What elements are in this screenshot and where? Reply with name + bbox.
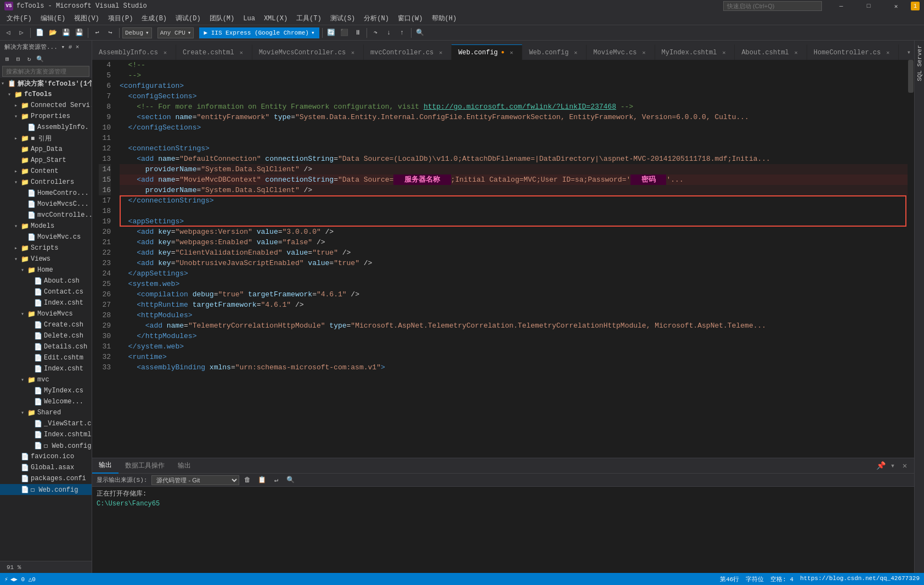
tree-item-index-home[interactable]: 📄 Index.csht (0, 297, 92, 308)
sidebar-btn-4[interactable]: 🔍 (35, 54, 45, 64)
tab-mvccontroller[interactable]: mvcController.cs ✕ (364, 44, 452, 60)
sidebar-btn-3[interactable]: ↻ (24, 54, 34, 64)
tab-close[interactable]: ✕ (437, 49, 444, 57)
menu-analyze[interactable]: 分析(N) (359, 12, 393, 25)
toolbar-step-over[interactable]: ↷ (370, 27, 382, 39)
tree-item-fctool[interactable]: ▾ 📁 fcTools (0, 89, 92, 100)
tree-item-myindex[interactable]: 📄 MyIndex.cs (0, 385, 92, 396)
code-content[interactable]: <!-- --> <configuration> <configSections… (115, 60, 908, 458)
tree-item-webconfig-root[interactable]: 📄 ◻ Web.config (0, 484, 92, 495)
toolbar-step-into[interactable]: ↓ (383, 27, 395, 39)
tree-item-controllers[interactable]: ▾ 📁 Controllers (0, 177, 92, 188)
menu-edit[interactable]: 编辑(E) (36, 12, 70, 25)
toolbar-undo[interactable]: ↩ (91, 27, 103, 39)
tree-item-webconfig-shared[interactable]: 📄 ◻ Web.config (0, 440, 92, 451)
tree-item-moviemvcs[interactable]: ▾ 📁 MovieMvcs (0, 308, 92, 319)
menu-build[interactable]: 生成(B) (137, 12, 171, 25)
toolbar-step-out[interactable]: ↑ (396, 27, 408, 39)
menu-window[interactable]: 窗口(W) (393, 12, 427, 25)
tree-item-create[interactable]: 📄 Create.csh (0, 319, 92, 330)
tab-output2[interactable]: 输出 (171, 458, 198, 474)
tab-myindex[interactable]: MyIndex.cshtml ✕ (655, 44, 735, 60)
tree-item-mvccontroller[interactable]: 📄 mvcControlle... (0, 210, 92, 221)
tree-item-moviecontroller[interactable]: 📄 MovieMvcsC... (0, 199, 92, 210)
menu-lua[interactable]: Lua (239, 12, 260, 25)
menu-team[interactable]: 团队(M) (205, 12, 239, 25)
tree-item-home[interactable]: ▾ 📁 Home (0, 265, 92, 275)
panel-close-btn[interactable]: ✕ (900, 461, 910, 471)
tree-item-references[interactable]: ▸ 📁 ■ 引用 (0, 133, 92, 144)
tree-item-appdata[interactable]: 📁 App_Data (0, 144, 92, 155)
sidebar-btn-2[interactable]: ⊟ (13, 54, 23, 64)
tab-assemblyinfo[interactable]: AssemblyInfo.cs ✕ (92, 44, 176, 60)
solution-search-input[interactable] (2, 66, 89, 77)
tree-item-favicon[interactable]: 📄 favicon.ico (0, 451, 92, 462)
tree-item-assemblyinfo[interactable]: 📄 AssemblyInfo. (0, 122, 92, 133)
tree-item-about[interactable]: 📄 About.csh (0, 275, 92, 286)
toolbar-redo[interactable]: ↪ (104, 27, 116, 39)
quick-launch-input[interactable] (723, 1, 822, 11)
tree-item-viewstart[interactable]: 📄 _ViewStart.cs (0, 418, 92, 429)
tab-close[interactable]: ✕ (720, 49, 728, 57)
scroll-thumb[interactable] (908, 60, 914, 93)
tab-data-tools[interactable]: 数据工具操作 (119, 458, 171, 474)
tree-item-details[interactable]: 📄 Details.csh (0, 341, 92, 352)
tree-item-properties[interactable]: ▾ 📁 Properties (0, 111, 92, 122)
tree-item-appstart[interactable]: 📁 App_Start (0, 155, 92, 166)
toolbar-new[interactable]: 📄 (33, 27, 46, 39)
tree-item-content[interactable]: ▸ 📁 Content (0, 166, 92, 177)
toolbar-refresh[interactable]: 🔄 (325, 27, 337, 39)
menu-debug[interactable]: 调试(D) (171, 12, 205, 25)
tab-moviemvc[interactable]: MovieMvc.cs ✕ (587, 44, 655, 60)
menu-test[interactable]: 测试(S) (326, 12, 360, 25)
tab-close[interactable]: ✕ (238, 49, 245, 57)
panel-chevron-btn[interactable]: ▾ (888, 461, 898, 471)
tree-item-solution[interactable]: ▾ 📋 解决方案'fcTools'(1个... (0, 78, 92, 89)
tree-item-views[interactable]: ▾ 📁 Views (0, 254, 92, 265)
debug-config-dropdown[interactable]: Debug ▾ (122, 27, 152, 38)
platform-dropdown[interactable]: Any CPU ▾ (157, 27, 194, 38)
toolbar-save[interactable]: 💾 (60, 27, 72, 39)
toolbar-back[interactable]: ◁ (2, 27, 14, 39)
tab-close[interactable]: ✕ (884, 49, 892, 57)
panel-pin-btn[interactable]: 📌 (876, 461, 886, 471)
output-source-select[interactable]: 源代码管理 - Git (151, 475, 239, 485)
menu-help[interactable]: 帮助(H) (427, 12, 461, 25)
tree-item-connected[interactable]: ▸ 📁 Connected Servi... (0, 100, 92, 111)
output-copy-btn[interactable]: 📋 (256, 474, 268, 486)
toolbar-search[interactable]: 🔍 (414, 27, 426, 39)
sidebar-btn-1[interactable]: ⊞ (2, 54, 12, 64)
tree-item-packages[interactable]: 📄 packages.confi (0, 473, 92, 484)
editor-scrollbar[interactable] (908, 60, 914, 458)
status-branch[interactable]: ⚡ (4, 576, 8, 583)
tab-webconfig-active[interactable]: Web.config ● ✕ (452, 44, 522, 60)
tabs-overflow[interactable]: ▾ (904, 44, 914, 60)
menu-view[interactable]: 视图(V) (70, 12, 104, 25)
close-btn[interactable]: ✕ (883, 0, 909, 12)
tab-close[interactable]: ✕ (792, 49, 800, 57)
tree-item-models[interactable]: ▾ 📁 Models (0, 221, 92, 232)
tab-homecontroller[interactable]: HomeController.cs ✕ (807, 44, 899, 60)
toolbar-pause[interactable]: ⏸ (352, 27, 364, 39)
tab-close[interactable]: ✕ (349, 49, 357, 57)
tree-item-edit[interactable]: 📄 Edit.cshtm (0, 352, 92, 363)
minimize-btn[interactable]: — (829, 0, 854, 12)
tree-item-scripts[interactable]: ▸ 📁 Scripts (0, 243, 92, 254)
menu-tools[interactable]: 工具(T) (292, 12, 326, 25)
menu-xml[interactable]: XML(X) (260, 12, 292, 25)
tree-item-mvcfolder[interactable]: ▾ 📁 mvc (0, 374, 92, 385)
toolbar-stop[interactable]: ⬛ (339, 27, 351, 39)
tab-output[interactable]: 输出 (92, 458, 119, 474)
tab-webconfig2[interactable]: Web.config ✕ (522, 44, 587, 60)
tab-close[interactable]: ✕ (161, 49, 169, 57)
menu-project[interactable]: 项目(P) (104, 12, 138, 25)
tab-createcshtml[interactable]: Create.cshtml ✕ (176, 44, 252, 60)
output-clear-btn[interactable]: 🗑 (241, 474, 253, 486)
tree-item-shared[interactable]: ▾ 📁 Shared (0, 407, 92, 418)
tree-item-contact[interactable]: 📄 Contact.cs (0, 286, 92, 297)
menu-file[interactable]: 文件(F) (2, 12, 36, 25)
output-filter-btn[interactable]: 🔍 (284, 474, 296, 486)
status-errors[interactable]: ◀▶ 0 △0 (10, 576, 36, 583)
tab-close[interactable]: ✕ (640, 49, 648, 57)
tab-close[interactable]: ✕ (572, 49, 579, 57)
